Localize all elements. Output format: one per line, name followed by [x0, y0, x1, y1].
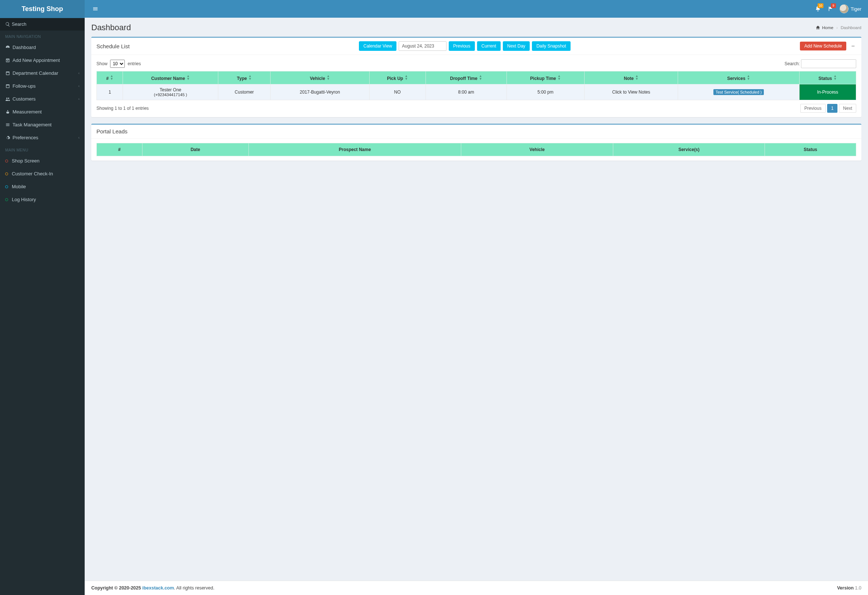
portal-leads-panel: Portal Leads # Date Prospect Name Vehicl… [91, 124, 861, 161]
col-services[interactable]: Services▲▼ [678, 71, 799, 84]
col-customer-name[interactable]: Customer Name▲▼ [123, 71, 218, 84]
cell-dropoff-time: 8:00 am [425, 84, 506, 100]
circle-icon [5, 185, 8, 188]
leads-col-prospect[interactable]: Prospect Name [248, 143, 461, 156]
col-pickup[interactable]: Pick Up▲▼ [369, 71, 425, 84]
current-button[interactable]: Current [477, 41, 500, 51]
sidebar-search[interactable]: Search [0, 18, 85, 31]
circle-icon [5, 172, 8, 175]
sidebar: Testing Shop Search MAIN NAVIGATION Dash… [0, 0, 85, 595]
breadcrumb-separator: › [836, 25, 838, 30]
sidebar-item-label: Preferences [13, 135, 38, 141]
nav-header-main-menu: MAIN MENU [0, 144, 85, 154]
sidebar-item-mobile[interactable]: Mobile [0, 180, 85, 193]
entries-select[interactable]: 10 [110, 60, 125, 68]
sidebar-item-add-new-appointment[interactable]: Add New Appointment [0, 54, 85, 67]
sidebar-item-dashboard[interactable]: Dashboard [0, 41, 85, 54]
sidebar-item-log-history[interactable]: Log History [0, 193, 85, 206]
leads-col-vehicle[interactable]: Vehicle [461, 143, 613, 156]
calendar-plus-icon [5, 58, 13, 63]
notifications-badge: 10 [818, 3, 823, 8]
hamburger-icon [92, 6, 98, 12]
sort-icon: ▲▼ [747, 74, 750, 80]
sidebar-item-label: Log History [12, 197, 36, 202]
version-label: Version [837, 585, 854, 591]
col-number[interactable]: #▲▼ [97, 71, 123, 84]
schedule-table: #▲▼ Customer Name▲▼ Type▲▼ Vehicle▲▼ Pic… [96, 71, 856, 100]
pager-previous-button[interactable]: Previous [800, 104, 826, 113]
sort-icon: ▲▼ [110, 74, 114, 80]
pager-page-1[interactable]: 1 [827, 104, 838, 113]
chevron-left-icon: ‹ [78, 97, 80, 101]
table-row[interactable]: 1 Tester One (+923434417145 ) Customer 2… [97, 84, 856, 100]
table-search-control: Search: [784, 59, 856, 68]
sort-icon: ▲▼ [479, 74, 482, 80]
next-day-button[interactable]: Next Day [503, 41, 530, 51]
cell-type: Customer [218, 84, 270, 100]
previous-button[interactable]: Previous [449, 41, 475, 51]
sidebar-item-department-calendar[interactable]: Department Calendar ‹ [0, 67, 85, 80]
col-status[interactable]: Status▲▼ [799, 71, 856, 84]
sidebar-item-shop-screen[interactable]: Shop Screen [0, 154, 85, 167]
username: Tiger [851, 6, 861, 12]
search-icon [5, 22, 12, 27]
daily-snapshot-button[interactable]: Daily Snapshot [532, 41, 571, 51]
chevron-left-icon: ‹ [78, 84, 80, 88]
col-type[interactable]: Type▲▼ [218, 71, 270, 84]
page-title: Dashboard [91, 23, 131, 33]
cell-status[interactable]: In-Process [799, 84, 856, 100]
portal-leads-table: # Date Prospect Name Vehicle Service(s) … [96, 143, 856, 156]
sidebar-item-label: Dashboard [13, 44, 36, 50]
calendar-view-button[interactable]: Calendar View [359, 41, 396, 51]
schedule-list-panel: Schedule List Calendar View Previous Cur… [91, 37, 861, 117]
sort-icon: ▲▼ [187, 74, 190, 80]
pager-next-button[interactable]: Next [839, 104, 856, 113]
leads-col-services[interactable]: Service(s) [613, 143, 765, 156]
leads-col-date[interactable]: Date [142, 143, 248, 156]
sidebar-item-label: Task Management [13, 122, 52, 127]
cell-note[interactable]: Click to View Notes [584, 84, 678, 100]
calendar-icon [5, 71, 13, 76]
sort-icon: ▲▼ [248, 74, 252, 80]
sidebar-item-label: Follow-ups [13, 83, 36, 89]
sidebar-item-customer-check-in[interactable]: Customer Check-In [0, 167, 85, 180]
leads-col-number[interactable]: # [97, 143, 142, 156]
footer-link[interactable]: ibexstack.com [142, 585, 174, 591]
sidebar-item-task-management[interactable]: Task Management [0, 118, 85, 131]
breadcrumb: Home › Dashboard [815, 25, 861, 30]
sidebar-item-customers[interactable]: Customers ‹ [0, 92, 85, 105]
col-dropoff-time[interactable]: Dropoff Time▲▼ [425, 71, 506, 84]
messages-button[interactable]: 9 [824, 2, 837, 16]
sort-icon: ▲▼ [326, 74, 330, 80]
dashboard-icon [5, 45, 13, 50]
sort-icon: ▲▼ [558, 74, 561, 80]
sidebar-item-preferences[interactable]: Preferences ‹ [0, 131, 85, 144]
circle-icon [5, 160, 8, 163]
service-tag[interactable]: Test Service( Scheduled ) [713, 89, 764, 95]
scale-icon [5, 110, 13, 115]
sort-icon: ▲▼ [635, 74, 639, 80]
breadcrumb-home[interactable]: Home [815, 25, 833, 30]
collapse-panel-button[interactable]: – [850, 43, 856, 49]
sidebar-item-follow-ups[interactable]: Follow-ups ‹ [0, 80, 85, 92]
cell-vehicle: 2017-Bugatti-Veyron [270, 84, 369, 100]
user-menu[interactable]: Tiger [837, 4, 864, 13]
gears-icon [5, 135, 13, 141]
chevron-left-icon: ‹ [78, 71, 80, 75]
sidebar-item-label: Mobile [12, 184, 26, 189]
menu-toggle-button[interactable] [89, 2, 102, 16]
table-search-input[interactable] [801, 59, 856, 68]
date-input[interactable] [399, 41, 447, 51]
add-new-schedule-button[interactable]: Add New Schedule [800, 41, 846, 50]
home-icon [815, 25, 821, 30]
notifications-button[interactable]: 10 [812, 2, 824, 16]
sort-icon: ▲▼ [404, 74, 408, 80]
col-note[interactable]: Note▲▼ [584, 71, 678, 84]
col-pickup-time[interactable]: Pickup Time▲▼ [506, 71, 584, 84]
table-info: Showing 1 to 1 of 1 entries [96, 106, 149, 111]
sort-icon: ▲▼ [833, 74, 837, 80]
sidebar-item-measurement[interactable]: Measurement [0, 105, 85, 118]
leads-col-status[interactable]: Status [765, 143, 856, 156]
sidebar-item-label: Measurement [13, 109, 41, 115]
col-vehicle[interactable]: Vehicle▲▼ [270, 71, 369, 84]
